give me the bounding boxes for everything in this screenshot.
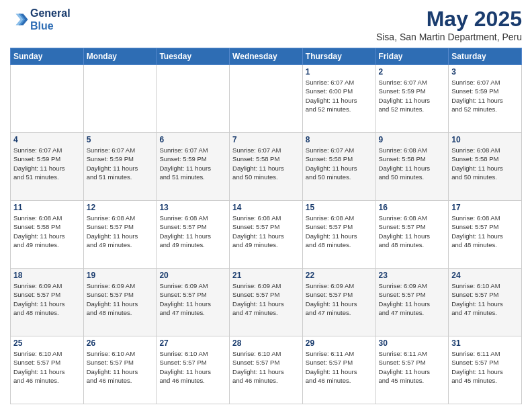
column-header-tuesday: Tuesday — [157, 48, 230, 65]
calendar-cell: 8Sunrise: 6:07 AM Sunset: 5:58 PM Daylig… — [302, 133, 375, 201]
day-number: 30 — [379, 338, 446, 348]
logo-icon — [10, 10, 29, 29]
calendar-cell: 16Sunrise: 6:08 AM Sunset: 5:57 PM Dayli… — [375, 201, 449, 269]
calendar-cell: 22Sunrise: 6:09 AM Sunset: 5:57 PM Dayli… — [302, 269, 375, 336]
day-number: 13 — [159, 203, 226, 212]
day-info: Sunrise: 6:08 AM Sunset: 5:57 PM Dayligh… — [87, 214, 154, 249]
day-info: Sunrise: 6:08 AM Sunset: 5:57 PM Dayligh… — [379, 214, 446, 249]
calendar-cell: 12Sunrise: 6:08 AM Sunset: 5:57 PM Dayli… — [83, 201, 157, 269]
header: General Blue May 2025 Sisa, San Martin D… — [10, 7, 522, 42]
calendar-cell: 1Sunrise: 6:07 AM Sunset: 6:00 PM Daylig… — [302, 65, 375, 133]
subtitle: Sisa, San Martin Department, Peru — [376, 32, 522, 42]
day-number: 2 — [379, 67, 446, 77]
day-info: Sunrise: 6:08 AM Sunset: 5:57 PM Dayligh… — [159, 214, 226, 249]
calendar-cell: 21Sunrise: 6:09 AM Sunset: 5:57 PM Dayli… — [230, 269, 303, 336]
calendar-cell: 19Sunrise: 6:09 AM Sunset: 5:57 PM Dayli… — [83, 269, 157, 336]
calendar-cell: 15Sunrise: 6:08 AM Sunset: 5:57 PM Dayli… — [302, 201, 375, 269]
day-info: Sunrise: 6:10 AM Sunset: 5:57 PM Dayligh… — [232, 349, 300, 385]
day-info: Sunrise: 6:07 AM Sunset: 5:58 PM Dayligh… — [306, 146, 373, 181]
day-number: 5 — [87, 135, 154, 144]
day-number: 18 — [13, 271, 81, 280]
day-number: 10 — [451, 135, 519, 144]
day-info: Sunrise: 6:08 AM Sunset: 5:57 PM Dayligh… — [451, 214, 519, 249]
calendar-cell: 7Sunrise: 6:07 AM Sunset: 5:58 PM Daylig… — [230, 133, 303, 201]
day-info: Sunrise: 6:07 AM Sunset: 6:00 PM Dayligh… — [306, 78, 373, 113]
calendar-cell: 17Sunrise: 6:08 AM Sunset: 5:57 PM Dayli… — [449, 201, 522, 269]
day-info: Sunrise: 6:08 AM Sunset: 5:57 PM Dayligh… — [232, 214, 300, 249]
calendar-week-1: 1Sunrise: 6:07 AM Sunset: 6:00 PM Daylig… — [11, 65, 522, 133]
day-info: Sunrise: 6:09 AM Sunset: 5:57 PM Dayligh… — [379, 281, 446, 317]
calendar-table: SundayMondayTuesdayWednesdayThursdayFrid… — [10, 48, 522, 404]
title-area: May 2025 Sisa, San Martin Department, Pe… — [376, 7, 522, 42]
calendar-week-3: 11Sunrise: 6:08 AM Sunset: 5:58 PM Dayli… — [11, 201, 522, 269]
day-info: Sunrise: 6:10 AM Sunset: 5:57 PM Dayligh… — [13, 349, 81, 385]
calendar-cell: 23Sunrise: 6:09 AM Sunset: 5:57 PM Dayli… — [375, 269, 449, 336]
calendar-cell — [230, 65, 303, 133]
day-number: 21 — [232, 271, 300, 280]
calendar-cell: 14Sunrise: 6:08 AM Sunset: 5:57 PM Dayli… — [230, 201, 303, 269]
day-info: Sunrise: 6:09 AM Sunset: 5:57 PM Dayligh… — [232, 281, 300, 317]
page: General Blue May 2025 Sisa, San Martin D… — [0, 0, 532, 411]
calendar-cell: 20Sunrise: 6:09 AM Sunset: 5:57 PM Dayli… — [157, 269, 230, 336]
column-header-friday: Friday — [375, 48, 449, 65]
day-number: 7 — [232, 135, 300, 144]
calendar-cell: 29Sunrise: 6:11 AM Sunset: 5:57 PM Dayli… — [302, 336, 375, 404]
calendar-cell: 18Sunrise: 6:09 AM Sunset: 5:57 PM Dayli… — [11, 269, 84, 336]
column-header-monday: Monday — [83, 48, 157, 65]
day-number: 29 — [306, 338, 373, 348]
day-number: 24 — [451, 271, 519, 280]
day-number: 25 — [13, 338, 81, 348]
day-number: 17 — [451, 203, 519, 212]
calendar-cell: 24Sunrise: 6:10 AM Sunset: 5:57 PM Dayli… — [449, 269, 522, 336]
calendar-cell: 28Sunrise: 6:10 AM Sunset: 5:57 PM Dayli… — [230, 336, 303, 404]
day-info: Sunrise: 6:10 AM Sunset: 5:57 PM Dayligh… — [159, 349, 226, 385]
calendar-week-4: 18Sunrise: 6:09 AM Sunset: 5:57 PM Dayli… — [11, 269, 522, 336]
day-info: Sunrise: 6:09 AM Sunset: 5:57 PM Dayligh… — [13, 281, 81, 317]
calendar-cell: 2Sunrise: 6:07 AM Sunset: 5:59 PM Daylig… — [375, 65, 449, 133]
logo: General Blue — [10, 7, 71, 32]
day-info: Sunrise: 6:08 AM Sunset: 5:58 PM Dayligh… — [451, 146, 519, 181]
calendar-week-5: 25Sunrise: 6:10 AM Sunset: 5:57 PM Dayli… — [11, 336, 522, 404]
day-info: Sunrise: 6:10 AM Sunset: 5:57 PM Dayligh… — [451, 281, 519, 317]
calendar-cell — [11, 65, 84, 133]
day-number: 31 — [451, 338, 519, 348]
day-info: Sunrise: 6:07 AM Sunset: 5:58 PM Dayligh… — [232, 146, 300, 181]
calendar-cell — [157, 65, 230, 133]
day-info: Sunrise: 6:10 AM Sunset: 5:57 PM Dayligh… — [87, 349, 154, 385]
calendar-cell: 13Sunrise: 6:08 AM Sunset: 5:57 PM Dayli… — [157, 201, 230, 269]
calendar-cell: 4Sunrise: 6:07 AM Sunset: 5:59 PM Daylig… — [11, 133, 84, 201]
day-info: Sunrise: 6:07 AM Sunset: 5:59 PM Dayligh… — [159, 146, 226, 181]
logo-text: General Blue — [30, 7, 71, 32]
calendar-cell: 26Sunrise: 6:10 AM Sunset: 5:57 PM Dayli… — [83, 336, 157, 404]
day-info: Sunrise: 6:09 AM Sunset: 5:57 PM Dayligh… — [306, 281, 373, 317]
day-number: 28 — [232, 338, 300, 348]
day-number: 20 — [159, 271, 226, 280]
calendar-cell: 3Sunrise: 6:07 AM Sunset: 5:59 PM Daylig… — [449, 65, 522, 133]
calendar-cell: 9Sunrise: 6:08 AM Sunset: 5:58 PM Daylig… — [375, 133, 449, 201]
day-number: 8 — [306, 135, 373, 144]
calendar-cell: 31Sunrise: 6:11 AM Sunset: 5:57 PM Dayli… — [449, 336, 522, 404]
day-number: 15 — [306, 203, 373, 212]
day-info: Sunrise: 6:11 AM Sunset: 5:57 PM Dayligh… — [451, 349, 519, 385]
calendar-cell: 11Sunrise: 6:08 AM Sunset: 5:58 PM Dayli… — [11, 201, 84, 269]
day-info: Sunrise: 6:07 AM Sunset: 5:59 PM Dayligh… — [87, 146, 154, 181]
day-number: 22 — [306, 271, 373, 280]
day-number: 1 — [306, 67, 373, 77]
day-number: 19 — [87, 271, 154, 280]
day-info: Sunrise: 6:11 AM Sunset: 5:57 PM Dayligh… — [306, 349, 373, 385]
day-number: 6 — [159, 135, 226, 144]
day-number: 11 — [13, 203, 81, 212]
day-number: 23 — [379, 271, 446, 280]
main-title: May 2025 — [376, 7, 522, 32]
day-number: 3 — [451, 67, 519, 77]
day-info: Sunrise: 6:09 AM Sunset: 5:57 PM Dayligh… — [87, 281, 154, 317]
day-number: 16 — [379, 203, 446, 212]
column-header-thursday: Thursday — [302, 48, 375, 65]
calendar-cell: 5Sunrise: 6:07 AM Sunset: 5:59 PM Daylig… — [83, 133, 157, 201]
day-info: Sunrise: 6:07 AM Sunset: 5:59 PM Dayligh… — [451, 78, 519, 113]
calendar-header-row: SundayMondayTuesdayWednesdayThursdayFrid… — [11, 48, 522, 65]
day-number: 12 — [87, 203, 154, 212]
calendar-cell: 10Sunrise: 6:08 AM Sunset: 5:58 PM Dayli… — [449, 133, 522, 201]
calendar-cell: 25Sunrise: 6:10 AM Sunset: 5:57 PM Dayli… — [11, 336, 84, 404]
column-header-sunday: Sunday — [11, 48, 84, 65]
